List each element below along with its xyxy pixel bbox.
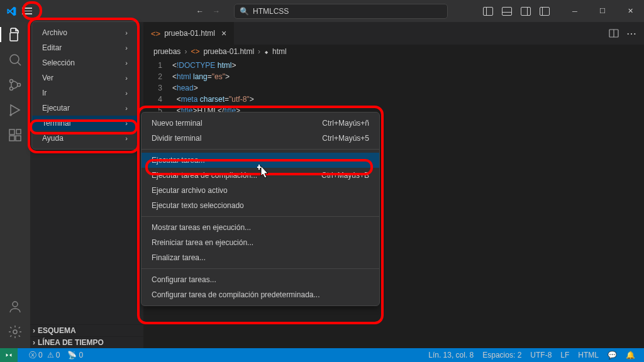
source-control-icon[interactable] (8, 77, 23, 92)
status-cursor-position[interactable]: Lín. 13, col. 8 (428, 351, 474, 359)
svg-rect-6 (9, 129, 14, 134)
menu-ir[interactable]: Ir› (32, 85, 138, 101)
chevron-right-icon: › (125, 44, 128, 52)
extensions-icon[interactable] (8, 128, 23, 143)
svg-point-3 (10, 87, 13, 90)
submenu-finalizar-tarea: Finalizar tarea... (142, 250, 379, 265)
tab-close-icon[interactable]: × (221, 28, 226, 38)
html-file-icon: <> (191, 47, 199, 56)
nav-back-icon[interactable]: ← (196, 7, 204, 16)
svg-point-10 (13, 302, 18, 307)
layout-custom-icon[interactable] (540, 7, 550, 16)
tab-prueba-01[interactable]: <> prueba-01.html × (143, 22, 235, 45)
window-minimize-icon[interactable]: ─ (561, 0, 589, 22)
submenu-configurar-compilacion[interactable]: Configurar tarea de compilación predeter… (142, 287, 379, 302)
layout-bottom-icon[interactable] (502, 7, 512, 16)
activity-bar (0, 22, 30, 348)
menu-ayuda[interactable]: Ayuda› (32, 131, 138, 146)
submenu-nuevo-terminal[interactable]: Nuevo terminalCtrl+Mayús+ñ (142, 116, 379, 131)
vscode-logo-icon (6, 6, 16, 16)
search-text: HTMLCSS (253, 7, 289, 16)
title-bar: ← → 🔍 HTMLCSS ─ ☐ ✕ (0, 0, 644, 22)
chevron-right-icon: › (125, 134, 128, 142)
title-bar-center: ← → 🔍 HTMLCSS (196, 4, 448, 19)
menu-terminal[interactable]: Terminal› (32, 116, 138, 131)
split-editor-icon[interactable] (609, 28, 619, 38)
submenu-configurar-tareas[interactable]: Configurar tareas... (142, 272, 379, 287)
svg-point-2 (10, 80, 13, 83)
status-encoding[interactable]: UTF-8 (530, 351, 552, 359)
more-actions-icon[interactable]: ⋯ (626, 28, 636, 40)
layout-right-icon[interactable] (521, 7, 531, 16)
chevron-right-icon: › (258, 47, 260, 56)
breadcrumb[interactable]: pruebas › <> prueba-01.html › ⬥ html (143, 45, 644, 60)
window-maximize-icon[interactable]: ☐ (589, 0, 616, 22)
svg-rect-0 (10, 33, 18, 41)
explorer-icon[interactable] (8, 27, 23, 42)
tag-icon: ⬥ (264, 47, 269, 56)
chevron-right-icon: › (184, 47, 187, 56)
status-bar: ⓧ0⚠0 📡0 Lín. 13, col. 8 Espacios: 2 UTF-… (0, 348, 644, 362)
settings-gear-icon[interactable] (8, 324, 23, 339)
main-menu: Archivo› Editar› Selección› Ver› Ir› Eje… (31, 21, 138, 150)
run-debug-icon[interactable] (8, 102, 23, 118)
remote-indicator[interactable] (0, 348, 18, 362)
status-feedback-icon[interactable]: 💬 (608, 351, 617, 359)
chevron-right-icon: › (33, 326, 35, 335)
menu-ver[interactable]: Ver› (32, 70, 138, 85)
title-bar-right: ─ ☐ ✕ (483, 0, 644, 22)
title-bar-left (0, 4, 34, 18)
outline-panel-header[interactable]: ›ESQUEMA (30, 324, 143, 336)
status-bell-icon[interactable]: 🔔 (626, 351, 635, 359)
menu-separator (142, 216, 379, 217)
svg-point-11 (13, 330, 17, 334)
nav-arrows: ← → (196, 7, 220, 16)
submenu-ejecutar-tarea[interactable]: Ejecutar tarea... (142, 153, 379, 168)
menu-archivo[interactable]: Archivo› (32, 25, 138, 40)
search-activity-icon[interactable] (8, 52, 23, 67)
terminal-submenu: Nuevo terminalCtrl+Mayús+ñ Dividir termi… (141, 112, 380, 306)
submenu-reiniciar-tarea: Rreiniciar tarea en ejecución... (142, 235, 379, 250)
layout-left-icon[interactable] (483, 7, 493, 16)
error-icon: ⓧ (29, 350, 36, 361)
svg-rect-7 (9, 136, 14, 141)
chevron-right-icon: › (125, 104, 128, 112)
timeline-panel-header[interactable]: ›LÍNEA DE TIEMPO (30, 336, 143, 348)
warning-icon: ⚠ (47, 351, 54, 359)
status-eol[interactable]: LF (560, 351, 569, 359)
submenu-ejecutar-archivo[interactable]: Ejecutar archivo activo (142, 183, 379, 198)
menu-ejecutar[interactable]: Ejecutar› (32, 101, 138, 116)
nav-forward-icon[interactable]: → (213, 7, 220, 16)
chevron-right-icon: › (125, 74, 128, 82)
search-box[interactable]: 🔍 HTMLCSS (234, 4, 448, 19)
menu-separator (142, 149, 379, 150)
chevron-right-icon: › (125, 59, 128, 67)
status-port[interactable]: 📡0 (67, 351, 83, 359)
search-icon: 🔍 (240, 7, 249, 16)
hamburger-menu-icon[interactable] (20, 4, 34, 18)
svg-point-4 (18, 84, 21, 87)
submenu-ejecutar-compilacion[interactable]: Ejecutar tarea de compilación...Ctrl+May… (142, 168, 379, 183)
status-errors[interactable]: ⓧ0⚠0 (29, 350, 60, 361)
chevron-right-icon: › (125, 29, 128, 36)
tab-label: prueba-01.html (164, 29, 215, 38)
menu-editar[interactable]: Editar› (32, 40, 138, 55)
svg-rect-9 (16, 129, 21, 134)
submenu-dividir-terminal: Dividir terminalCtrl+Mayús+5 (142, 131, 379, 146)
chevron-right-icon: › (125, 89, 128, 97)
chevron-right-icon: › (125, 119, 128, 127)
submenu-mostrar-tareas: Mostrar tareas en ejecución... (142, 220, 379, 235)
chevron-right-icon: › (33, 338, 35, 347)
tabs-bar: <> prueba-01.html × ⋯ (143, 22, 644, 45)
menu-seleccion[interactable]: Selección› (32, 55, 138, 70)
account-icon[interactable] (8, 299, 23, 314)
svg-point-1 (10, 55, 19, 63)
submenu-ejecutar-seleccion[interactable]: Ejecutar texto seleccionado (142, 198, 379, 213)
antenna-icon: 📡 (67, 351, 77, 359)
status-spaces[interactable]: Espacios: 2 (482, 351, 521, 359)
menu-separator (142, 268, 379, 269)
window-close-icon[interactable]: ✕ (616, 0, 644, 22)
html-file-icon: <> (151, 29, 160, 38)
status-language[interactable]: HTML (578, 351, 599, 359)
svg-rect-8 (16, 136, 21, 141)
